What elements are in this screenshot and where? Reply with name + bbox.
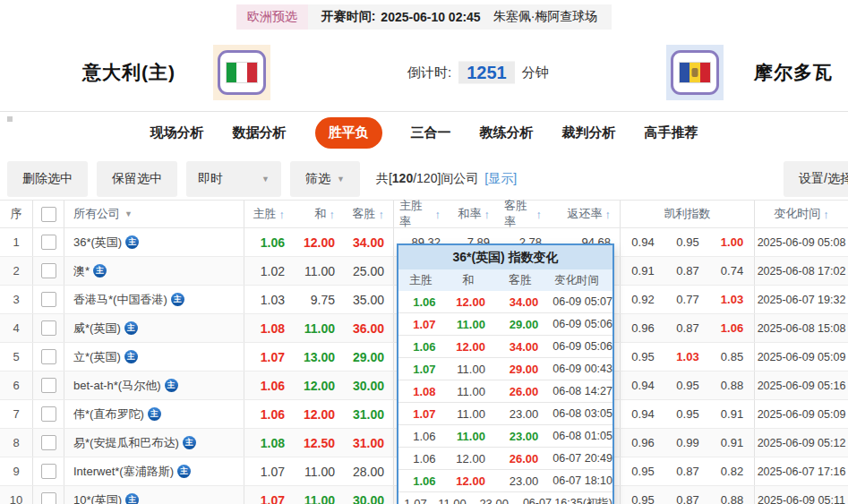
filter-toolbar: 删除选中 保留选中 即时 ▼ 筛选 ▼ 共[120/120]间公司 [显示] 设… [7,162,848,196]
header-label: 主胜 [253,206,277,222]
company-name: 立*(英国) [73,349,121,365]
col-header-draw-rate[interactable]: 和率↑ [450,201,499,227]
change-time-cell: 2025-06-09 05:08 [755,228,848,256]
header-label: 客胜 [353,206,376,222]
header-label: 变化时间 [774,206,820,222]
history-row: 1.0612.0034.0006-09 05:07 [398,291,612,313]
home-badge-icon: 主 [124,350,138,363]
company-name: 香港马*(中国香港) [73,292,167,308]
history-away-odds: 26.00 [493,448,545,469]
sort-up-icon: ↑ [605,208,612,221]
company-cell[interactable]: 伟*(直布罗陀)主 [64,400,244,428]
company-cell[interactable]: 10*(英国)主 [64,486,244,504]
tab-coach-analysis[interactable]: 教练分析 [480,124,534,141]
history-draw-odds: 12.00 [442,470,492,491]
kelly-cell: 0.95 [665,228,710,256]
col-header-home[interactable]: 主胜↑ [244,201,294,227]
company-cell[interactable]: 威*(英国)主 [64,314,244,342]
change-time-cell: 2025-06-08 17:02 [755,257,848,285]
venue-name: 朱塞佩·梅阿查球场 [493,9,598,25]
row-checkbox[interactable] [41,378,56,393]
row-checkbox[interactable] [41,406,56,422]
odds-away-cell: 30.00 [344,486,394,504]
col-header-home-rate[interactable]: 主胜率↑ [394,201,450,227]
league-badge[interactable]: 欧洲预选 [236,4,308,30]
row-checkbox[interactable] [41,435,56,450]
tab-referee-analysis[interactable]: 裁判分析 [562,124,616,141]
odds-draw-cell: 9.75 [294,286,344,313]
company-header-label: 所有公司 [73,206,120,222]
settings-select-button[interactable]: 设置/选择 [784,161,848,197]
history-time: 06-08 14:27 [545,380,612,402]
row-checkbox[interactable] [41,263,56,278]
popup-col-header: 变化时间 [547,269,612,291]
history-away-odds: 23.00 [493,425,545,447]
company-name: 威*(英国) [73,320,121,337]
select-all-checkbox[interactable] [41,207,56,222]
history-time: 06-09 05:07 [545,291,612,312]
col-header-return-rate[interactable]: 返还率↑ [551,201,621,227]
tab-three-in-one[interactable]: 三合一 [411,124,451,141]
row-checkbox[interactable] [41,464,56,479]
row-select-cell [33,457,64,485]
row-checkbox[interactable] [41,492,56,504]
company-cell[interactable]: bet-at-h*(马尔他)主 [64,372,244,399]
col-header-company[interactable]: 所有公司▼ [64,201,244,227]
company-cell[interactable]: 香港马*(中国香港)主 [64,286,244,313]
row-seq: 6 [0,372,33,399]
row-checkbox[interactable] [41,349,56,364]
company-name: Interwet*(塞浦路斯) [73,464,174,480]
odds-away-cell: 31.00 [344,429,394,457]
kelly-cell: 0.95 [621,343,665,371]
home-badge-icon: 主 [165,379,178,392]
home-badge-icon: 主 [183,436,196,449]
home-flag-box [213,45,270,100]
show-link[interactable]: [显示] [484,171,517,187]
italy-flag-icon [218,50,266,95]
company-cell[interactable]: Interwet*(塞浦路斯)主 [64,457,244,485]
row-checkbox[interactable] [41,292,56,307]
company-name: bet-at-h*(马尔他) [73,378,161,394]
history-time: 06-07 16:35(初指) [516,492,612,504]
tab-expert-recommend[interactable]: 高手推荐 [645,124,698,141]
sort-up-icon: ↑ [330,208,336,221]
kelly-cell: 0.87 [665,314,710,342]
change-time-cell: 2025-06-07 19:32 [755,286,848,313]
col-header-select [33,201,64,227]
history-draw-odds: 12.00 [442,291,492,312]
odds-draw-cell: 12.00 [294,400,344,428]
tab-data-analysis[interactable]: 数据分析 [233,124,287,141]
odds-type-dropdown[interactable]: 即时 ▼ [186,161,281,197]
odds-away-cell: 30.00 [344,372,394,399]
change-time-cell: 2025-06-09 05:09 [755,400,848,428]
filter-button[interactable]: 筛选 ▼ [290,161,360,197]
col-header-change-time[interactable]: 变化时间↑ [755,201,848,227]
team-header: 意大利(主) 倒计时: 1251 分钟 摩尔多瓦 [0,34,848,111]
delete-selected-button[interactable]: 删除选中 [7,161,88,197]
col-header-seq: 序 [0,201,33,227]
change-time-cell: 2025-06-09 05:16 [755,372,848,399]
odds-home-cell: 1.07 [244,486,294,504]
change-time-cell: 2025-06-08 15:08 [755,314,848,342]
kickoff-time: 2025-06-10 02:45 [381,10,480,24]
row-checkbox[interactable] [41,235,56,250]
col-header-draw[interactable]: 和↑ [294,201,344,227]
row-checkbox[interactable] [41,320,56,336]
tab-win-draw-lose[interactable]: 胜平负 [315,117,382,149]
history-time: 06-07 20:49 [545,448,612,469]
tab-live-analysis[interactable]: 现场分析 [150,124,204,141]
popup-col-header: 客胜 [493,269,547,291]
odds-history-popup: 36*(英国) 指数变化 主胜和客胜变化时间 1.0612.0034.0006-… [397,243,614,504]
popup-col-header: 和 [443,269,493,291]
company-cell[interactable]: 澳*主 [64,257,244,285]
col-header-away-rate[interactable]: 客胜率↑ [499,201,551,227]
company-cell[interactable]: 36*(英国)主 [64,228,244,256]
odds-home-cell: 1.03 [244,286,294,313]
col-header-away[interactable]: 客胜↑ [344,201,394,227]
row-select-cell [33,486,64,504]
kelly-cell: 0.91 [710,400,755,428]
company-cell[interactable]: 立*(英国)主 [64,343,244,371]
history-draw-odds: 11.00 [434,492,474,504]
keep-selected-button[interactable]: 保留选中 [97,161,177,197]
company-cell[interactable]: 易*(安提瓜和巴布达)主 [64,429,244,457]
